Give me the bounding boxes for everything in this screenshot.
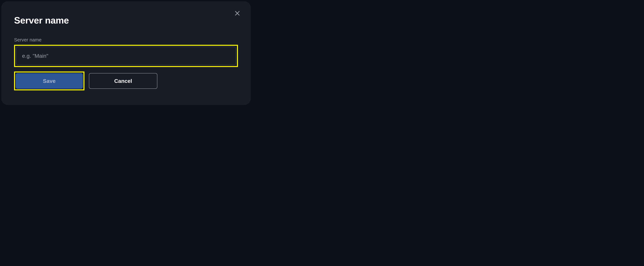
save-button[interactable]: Save	[16, 73, 83, 89]
button-row: Save Cancel	[14, 72, 238, 90]
server-name-label: Server name	[14, 37, 238, 42]
close-icon	[234, 10, 240, 17]
server-name-modal: Server name Server name Save Cancel	[1, 1, 251, 105]
save-highlight: Save	[14, 72, 84, 90]
modal-title: Server name	[14, 15, 238, 26]
cancel-button[interactable]: Cancel	[89, 73, 157, 89]
server-name-input[interactable]	[16, 47, 236, 65]
input-highlight	[14, 45, 238, 67]
close-button[interactable]	[234, 10, 241, 17]
